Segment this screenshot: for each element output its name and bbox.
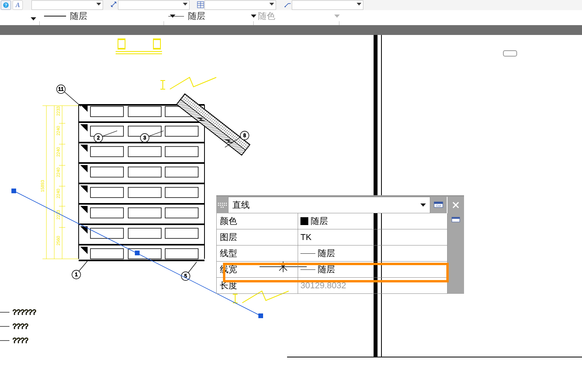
svg-text:2240: 2240 (56, 126, 61, 136)
color-swatch (300, 217, 308, 225)
textstyle-button[interactable]: A (13, 0, 23, 10)
object-type-dropdown[interactable]: 直线 (228, 197, 430, 213)
svg-rect-56 (165, 228, 198, 238)
svg-rect-43 (128, 147, 161, 157)
property-row-layer[interactable]: 图层 TK (217, 229, 447, 245)
svg-text:??????: ?????? (13, 308, 36, 316)
tablestyle-icon[interactable] (196, 0, 205, 9)
svg-rect-42 (90, 147, 123, 157)
svg-line-89 (79, 261, 87, 271)
svg-rect-47 (165, 167, 198, 177)
svg-text:?: ? (5, 3, 7, 7)
property-grid: 颜色 随层 图层 TK 线型 随层 线宽 随层 长度 30129.8032 (216, 213, 448, 294)
color-dropdown[interactable]: 随色 (258, 10, 340, 22)
object-type-label: 直线 (232, 199, 250, 211)
panel-side (448, 213, 464, 294)
svg-rect-10 (118, 40, 125, 49)
svg-rect-36 (90, 106, 123, 117)
svg-text:2560: 2560 (56, 236, 61, 245)
properties-panel[interactable]: 直线 CUI 颜色 随层 图层 TK (216, 195, 464, 294)
textstyle-combo[interactable] (31, 0, 103, 10)
svg-rect-9 (118, 39, 125, 48)
svg-rect-57 (90, 249, 123, 259)
mleader-combo[interactable] (292, 0, 363, 10)
svg-text:11: 11 (58, 86, 64, 92)
svg-rect-104 (434, 202, 443, 204)
svg-rect-59 (165, 249, 198, 259)
generic-caret[interactable] (31, 15, 36, 22)
panel-grip[interactable] (216, 197, 228, 213)
svg-rect-11 (153, 39, 160, 48)
help-icon[interactable]: ? (1, 0, 11, 10)
panel-collapse-handle[interactable] (503, 51, 517, 56)
svg-text:2233: 2233 (56, 210, 61, 220)
svg-rect-12 (153, 40, 160, 49)
mleader-icon[interactable] (283, 0, 293, 9)
svg-text:????: ???? (13, 322, 28, 330)
svg-text:8: 8 (243, 133, 246, 138)
property-row-length: 长度 30129.8032 (217, 278, 447, 293)
cui-icon[interactable]: CUI (430, 197, 447, 213)
svg-point-6 (285, 6, 286, 7)
svg-rect-49 (128, 187, 161, 198)
drawing-canvas[interactable]: 2233 2240 2240 2240 2240 2233 2560 15893 (0, 35, 582, 392)
svg-rect-50 (165, 187, 198, 198)
svg-text:2240: 2240 (56, 168, 61, 177)
tablestyle-combo[interactable] (204, 0, 276, 10)
svg-rect-44 (165, 147, 198, 157)
view-tab-bar (0, 25, 582, 35)
linetype-dropdown[interactable]: 随层 (44, 10, 175, 22)
svg-rect-95 (135, 251, 140, 255)
dimstyle-icon[interactable] (109, 0, 119, 9)
svg-rect-37 (128, 106, 161, 117)
svg-rect-96 (258, 313, 263, 318)
quick-select-icon[interactable] (451, 216, 460, 223)
close-icon[interactable] (448, 197, 464, 213)
svg-text:CUI: CUI (436, 204, 441, 207)
svg-rect-55 (128, 228, 161, 238)
svg-rect-94 (11, 189, 16, 193)
svg-rect-41 (165, 126, 198, 136)
toolbar-row-2: 随层 随层 随色 (0, 10, 582, 25)
svg-rect-46 (128, 167, 161, 177)
property-row-lineweight[interactable]: 线宽 随层 (217, 262, 447, 278)
svg-rect-53 (165, 208, 198, 218)
svg-rect-51 (90, 208, 123, 218)
svg-rect-54 (90, 228, 123, 238)
svg-line-77 (64, 92, 81, 106)
svg-text:2233: 2233 (56, 106, 61, 116)
svg-text:3: 3 (144, 135, 146, 141)
lineweight-dropdown[interactable]: 随层 (168, 10, 256, 22)
svg-text:2240: 2240 (56, 147, 61, 157)
toolbar-row-1: ? A (0, 0, 582, 11)
svg-line-92 (188, 262, 197, 273)
property-row-linetype[interactable]: 线型 随层 (217, 245, 447, 262)
dimstyle-combo[interactable] (118, 0, 190, 10)
svg-text:2240: 2240 (56, 189, 61, 198)
property-row-color[interactable]: 颜色 随层 (217, 213, 447, 229)
svg-rect-45 (90, 167, 123, 177)
svg-text:????: ???? (13, 337, 28, 344)
svg-rect-107 (452, 217, 460, 219)
svg-rect-52 (128, 208, 161, 218)
svg-text:2: 2 (97, 135, 100, 141)
svg-text:15893: 15893 (40, 180, 45, 192)
svg-text:1: 1 (75, 272, 78, 277)
svg-rect-48 (90, 187, 123, 198)
